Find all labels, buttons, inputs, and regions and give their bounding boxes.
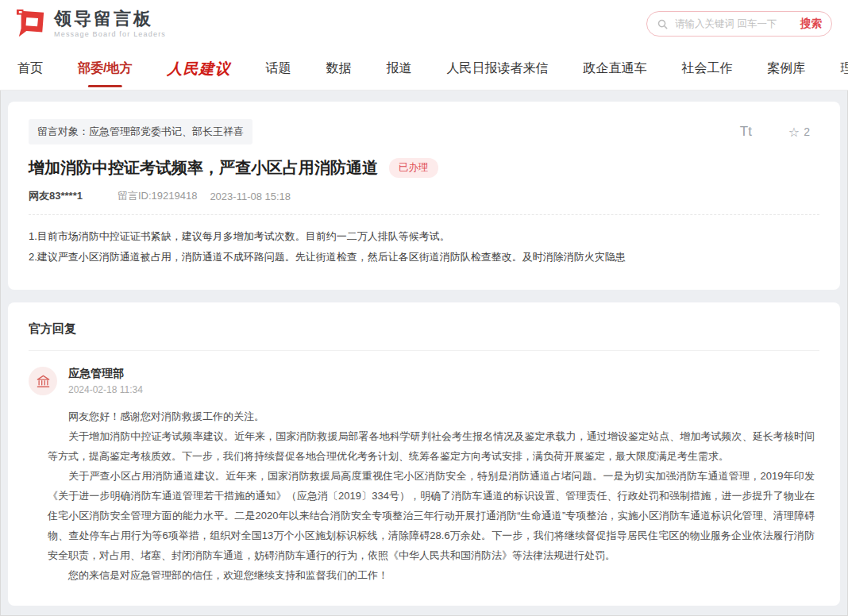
nav-item-数据[interactable]: 数据 [326, 48, 351, 90]
nav: 首页部委/地方人民建议话题数据报道人民日报读者来信政企直通车社会工作案例库理论 [0, 48, 848, 90]
message-timestamp: 2023-11-08 15:18 [210, 191, 291, 202]
message-id: 留言ID:19219418 [118, 189, 197, 203]
nav-item-部委/地方[interactable]: 部委/地方 [78, 48, 132, 90]
divider [29, 214, 819, 215]
message-paragraph: 2.建议严查小区消防通道被占用，消防通道不成环路问题。先让街道检查，然后让各区街… [29, 247, 819, 268]
reply-agency-name: 应急管理部 [68, 367, 143, 381]
reply-timestamp: 2024-02-18 11:34 [68, 384, 143, 395]
divider [29, 350, 819, 351]
star-icon: ☆ [788, 125, 800, 140]
reply-paragraph: 您的来信是对应急管理部的信任，欢迎您继续支持和监督我们的工作！ [48, 565, 815, 585]
nav-item-话题[interactable]: 话题 [265, 48, 291, 90]
reply-section-title: 官方回复 [29, 321, 819, 337]
status-badge: 已办理 [389, 158, 438, 178]
official-reply-card: 官方回复 应急管理部 2024-02-18 11:34 网友您好！感谢您对消防救… [8, 302, 840, 606]
favorite-button[interactable]: ☆ 2 [788, 125, 810, 140]
nav-item-社会工作[interactable]: 社会工作 [681, 48, 732, 90]
nav-item-案例库[interactable]: 案例库 [767, 48, 805, 90]
reply-paragraph: 关于增加消防中控证考试频率建议。近年来，国家消防救援局部署各地科学研判社会考生报… [48, 426, 815, 466]
reply-paragraph: 关于严查小区占用消防通道建议。近年来，国家消防救援局高度重视住宅小区消防安全，特… [48, 466, 815, 565]
site-logo[interactable]: 领导留言板 Message Board for Leaders [16, 9, 166, 39]
search-box: 搜索 [646, 11, 832, 37]
agency-avatar [29, 367, 57, 395]
nav-item-政企直通车[interactable]: 政企直通车 [583, 48, 646, 90]
nav-item-理论[interactable]: 理论 [840, 48, 848, 90]
site-title: 领导留言板 [54, 10, 166, 29]
search-icon [657, 18, 669, 30]
message-title: 增加消防中控证考试频率，严查小区占用消防通道 [29, 157, 378, 179]
institution-icon [36, 374, 51, 389]
nav-item-报道[interactable]: 报道 [386, 48, 411, 90]
message-paragraph: 1.目前市场消防中控证证书紧缺，建议每月多增加考试次数。目前约一二万人排队等候考… [29, 226, 819, 247]
logo-icon [16, 9, 46, 39]
message-author: 网友83****1 [29, 189, 83, 203]
message-target-tag: 留言对象：应急管理部党委书记、部长王祥喜 [29, 119, 252, 144]
site-subtitle: Message Board for Leaders [54, 30, 166, 38]
reply-paragraph: 网友您好！感谢您对消防救援工作的关注。 [48, 406, 815, 426]
nav-item-人民建议[interactable]: 人民建议 [167, 48, 230, 90]
message-card: 留言对象：应急管理部党委书记、部长王祥喜 Tt ☆ 2 增加消防中控证考试频率，… [8, 102, 840, 290]
favorite-count: 2 [804, 125, 810, 138]
nav-item-人民日报读者来信[interactable]: 人民日报读者来信 [446, 48, 548, 90]
page-header: 领导留言板 Message Board for Leaders 搜索 [0, 0, 848, 48]
font-size-icon[interactable]: Tt [740, 124, 752, 140]
message-body: 1.目前市场消防中控证证书紧缺，建议每月多增加考试次数。目前约一二万人排队等候考… [29, 226, 819, 268]
search-input[interactable] [675, 18, 800, 29]
main-content: 留言对象：应急管理部党委书记、部长王祥喜 Tt ☆ 2 增加消防中控证考试频率，… [0, 90, 848, 606]
reply-body: 网友您好！感谢您对消防救援工作的关注。关于增加消防中控证考试频率建议。近年来，国… [48, 406, 815, 585]
nav-item-首页[interactable]: 首页 [17, 48, 43, 90]
search-button[interactable]: 搜索 [800, 17, 822, 31]
